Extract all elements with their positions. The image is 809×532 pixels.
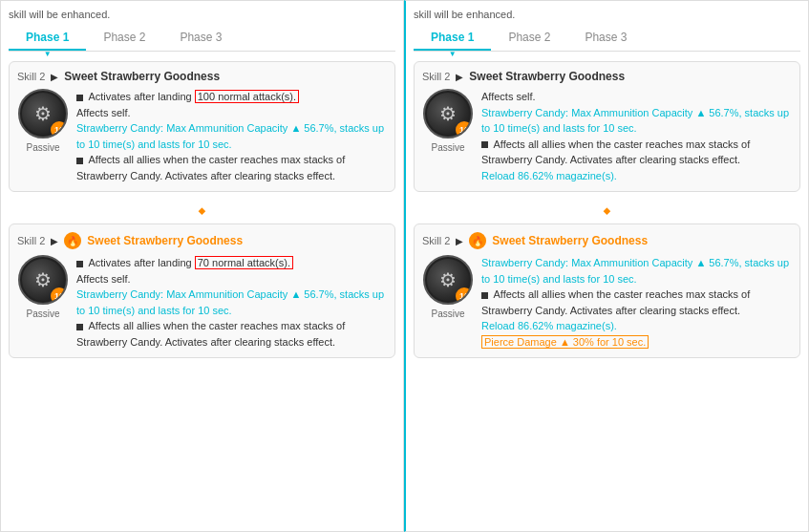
right-divider: ⬥ xyxy=(414,200,800,220)
right-top-skill-title: Sweet Strawberry Goodness xyxy=(469,70,625,83)
right-top-card-header: Skill 2 ▶ Sweet Strawberry Goodness xyxy=(422,70,792,83)
left-top-skill-desc: Activates after landing 100 normal attac… xyxy=(76,89,387,183)
left-bottom-skill-desc: Activates after landing 70 normal attack… xyxy=(76,255,387,350)
left-top-card: Skill 2 ▶ Sweet Strawberry Goodness ⚙ 10… xyxy=(9,61,395,192)
right-bottom-skill-label: Skill 2 xyxy=(422,235,450,246)
left-top-cyan1: Strawberry Candy: Max Ammunition Capacit… xyxy=(76,122,384,150)
left-bottom-cyan1: Strawberry Candy: Max Ammunition Capacit… xyxy=(76,288,384,316)
right-tab-phase1[interactable]: Phase 1 xyxy=(414,26,491,51)
right-top-arrow-icon: ▶ xyxy=(456,72,463,82)
left-bottom-highlight: 70 normal attack(s). xyxy=(195,256,293,269)
left-top-arrow-icon: ▶ xyxy=(51,72,58,82)
right-bottom-level-badge: 10 xyxy=(456,287,473,305)
left-top-bullet1 xyxy=(76,95,83,101)
right-top-passive-label: Passive xyxy=(431,142,464,153)
left-top-skill-label: Skill 2 xyxy=(17,71,45,82)
right-top-card: Skill 2 ▶ Sweet Strawberry Goodness ⚙ 10… xyxy=(414,61,800,192)
left-tab-phase1[interactable]: Phase 1 xyxy=(9,26,86,51)
right-tab-phase3[interactable]: Phase 3 xyxy=(567,26,644,51)
right-top-avatar-symbol: ⚙ xyxy=(439,102,457,125)
left-bottom-bullet2 xyxy=(76,324,83,330)
left-top-avatar-wrap: ⚙ 10 Passive xyxy=(17,89,69,183)
left-top-skill-title: Sweet Strawberry Goodness xyxy=(64,70,220,83)
left-bottom-bullet1 xyxy=(76,261,83,267)
left-bottom-avatar-wrap: ⚙ 10 Passive xyxy=(17,255,69,350)
right-bottom-card-header: Skill 2 ▶ 🔥 Sweet Strawberry Goodness xyxy=(422,232,792,249)
left-bottom-card-body: ⚙ 10 Passive Activates after landing 70 … xyxy=(17,255,387,350)
right-bottom-card: Skill 2 ▶ 🔥 Sweet Strawberry Goodness ⚙ … xyxy=(414,223,800,358)
right-top-avatar-wrap: ⚙ 10 Passive xyxy=(422,89,474,183)
left-top-avatar: ⚙ 10 xyxy=(18,89,68,138)
left-bottom-passive-label: Passive xyxy=(26,309,59,319)
right-bottom-highlight: Pierce Damage ▲ 30% for 10 sec. xyxy=(481,335,649,349)
left-bottom-card: Skill 2 ▶ 🔥 Sweet Strawberry Goodness ⚙ … xyxy=(9,223,395,358)
right-top-level-badge: 10 xyxy=(456,121,473,138)
left-bottom-arrow-icon: ▶ xyxy=(51,236,58,246)
left-bottom-skill-label: Skill 2 xyxy=(17,235,45,246)
right-bottom-fire-icon: 🔥 xyxy=(469,232,486,249)
left-top-level-badge: 10 xyxy=(51,121,68,138)
right-top-cyan1: Strawberry Candy: Max Ammunition Capacit… xyxy=(481,107,789,135)
right-panel: skill will be enhanced. Phase 1 Phase 2 … xyxy=(404,0,809,532)
left-bottom-card-header: Skill 2 ▶ 🔥 Sweet Strawberry Goodness xyxy=(17,232,387,249)
left-top-highlight: 100 normal attack(s). xyxy=(195,90,299,103)
right-top-card-body: ⚙ 10 Passive Affects self. Strawberry Ca… xyxy=(422,89,792,183)
right-top-bullet1 xyxy=(481,141,488,148)
right-bottom-avatar-symbol: ⚙ xyxy=(439,268,457,291)
right-bottom-passive-label: Passive xyxy=(431,309,464,319)
left-bottom-level-badge: 10 xyxy=(51,287,68,305)
right-top-skill-label: Skill 2 xyxy=(422,71,450,82)
right-bottom-icon-title: 🔥 Sweet Strawberry Goodness xyxy=(469,232,648,249)
left-bottom-fire-icon: 🔥 xyxy=(64,232,81,249)
left-tabs: Phase 1 Phase 2 Phase 3 xyxy=(9,26,395,52)
right-tabs: Phase 1 Phase 2 Phase 3 xyxy=(414,26,800,52)
right-top-skill-desc: Affects self. Strawberry Candy: Max Ammu… xyxy=(481,89,792,183)
left-tab-phase3[interactable]: Phase 3 xyxy=(162,26,239,51)
right-bottom-avatar-wrap: ⚙ 10 Passive xyxy=(422,255,474,350)
right-bottom-bullet1 xyxy=(481,292,488,299)
right-top-cyan2: Reload 86.62% magazine(s). xyxy=(481,170,617,181)
right-bottom-avatar: ⚙ 10 xyxy=(423,255,473,305)
left-top-avatar-symbol: ⚙ xyxy=(34,102,52,125)
left-top-card-body: ⚙ 10 Passive Activates after landing 100… xyxy=(17,89,387,183)
right-top-avatar: ⚙ 10 xyxy=(423,89,473,138)
right-tab-phase2[interactable]: Phase 2 xyxy=(491,26,567,51)
left-bottom-skill-title: Sweet Strawberry Goodness xyxy=(87,234,243,247)
right-bottom-cyan1: Strawberry Candy: Max Ammunition Capacit… xyxy=(481,257,789,285)
left-bottom-avatar: ⚙ 10 xyxy=(18,255,68,305)
right-bottom-cyan2: Reload 86.62% magazine(s). xyxy=(481,320,617,331)
left-tab-phase2[interactable]: Phase 2 xyxy=(86,26,162,51)
right-bottom-skill-desc: Strawberry Candy: Max Ammunition Capacit… xyxy=(481,255,792,350)
left-top-passive-label: Passive xyxy=(26,142,59,153)
left-top-card-header: Skill 2 ▶ Sweet Strawberry Goodness xyxy=(17,70,387,83)
right-bottom-arrow-icon: ▶ xyxy=(456,236,463,246)
right-bottom-skill-title: Sweet Strawberry Goodness xyxy=(492,234,648,247)
left-bottom-icon-title: 🔥 Sweet Strawberry Goodness xyxy=(64,232,243,249)
left-divider: ⬥ xyxy=(9,200,395,220)
left-top-bullet2 xyxy=(76,158,83,164)
right-top-note: skill will be enhanced. xyxy=(414,9,800,20)
left-bottom-avatar-symbol: ⚙ xyxy=(34,268,52,291)
left-top-note: skill will be enhanced. xyxy=(9,9,395,20)
right-bottom-card-body: ⚙ 10 Passive Strawberry Candy: Max Ammun… xyxy=(422,255,792,350)
left-panel: skill will be enhanced. Phase 1 Phase 2 … xyxy=(0,0,404,532)
